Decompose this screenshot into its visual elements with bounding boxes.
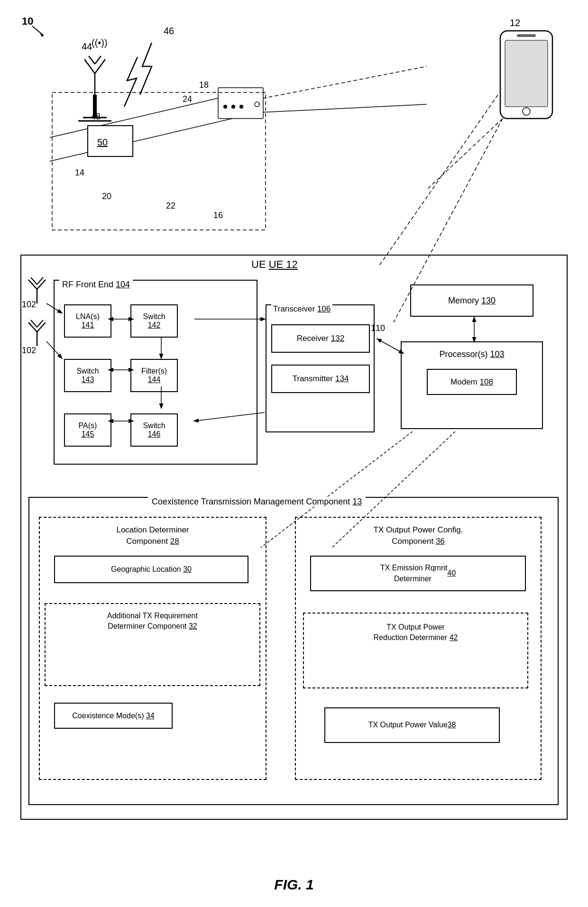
- location-determiner-title: Location DeterminerComponent 28: [40, 524, 266, 547]
- tx-reduction-dashed-box: TX Output PowerReduction Determiner 42: [303, 613, 528, 688]
- svg-line-1: [32, 26, 44, 36]
- coexistence-title: Coexistence Transmission Management Comp…: [148, 497, 366, 507]
- svg-rect-27: [218, 88, 263, 119]
- svg-rect-35: [505, 40, 548, 107]
- svg-text:50: 50: [97, 137, 108, 147]
- transceiver-title: Transceiver 106: [271, 304, 332, 314]
- svg-point-28: [223, 105, 227, 109]
- pa-145-box: PA(s) 145: [64, 413, 111, 447]
- svg-line-38: [427, 119, 503, 190]
- receiver-box: Receiver 132: [271, 324, 370, 353]
- svg-line-49: [37, 322, 46, 332]
- svg-rect-10: [93, 95, 97, 119]
- modem-box: Modem 108: [427, 369, 517, 395]
- filter-144-box: Filter(s) 144: [130, 359, 178, 392]
- processor-label: Processor(s) 103: [439, 349, 504, 359]
- svg-text:46: 46: [164, 26, 174, 36]
- svg-line-5: [84, 59, 95, 73]
- svg-line-16: [232, 66, 427, 104]
- tx-output-power-config-box: TX Output Power Config.Component 36 TX E…: [295, 517, 542, 780]
- svg-text:12: 12: [510, 18, 520, 28]
- svg-point-29: [231, 105, 235, 109]
- svg-rect-34: [500, 31, 552, 119]
- lna-box: LNA(s) 141: [64, 304, 111, 338]
- tx-output-power-config-title: TX Output Power Config.Component 36: [296, 524, 541, 547]
- svg-line-43: [37, 280, 46, 289]
- ue-label: UE UE 12: [251, 258, 298, 271]
- svg-line-44: [31, 277, 37, 284]
- additional-tx-title: Additional TX RequirementDeterminer Comp…: [46, 611, 259, 632]
- transmitter-box: Transmitter 134: [271, 365, 370, 393]
- switch-142-box: Switch 142: [130, 304, 178, 338]
- svg-text:16: 16: [213, 211, 223, 220]
- svg-text:20: 20: [102, 192, 111, 201]
- geographic-location-box: Geographic Location 30: [54, 556, 248, 583]
- svg-point-31: [255, 102, 259, 107]
- svg-line-45: [37, 277, 43, 284]
- svg-line-50: [31, 320, 37, 327]
- svg-line-42: [28, 280, 37, 289]
- svg-text:10: 10: [22, 15, 33, 27]
- svg-line-51: [37, 320, 43, 327]
- switch-146-box: Switch 146: [130, 413, 178, 447]
- svg-marker-2: [40, 32, 44, 37]
- svg-rect-32: [52, 92, 266, 230]
- rf-front-end-box: RF Front End 104 LNA(s) 141 Switch 142 S…: [54, 280, 257, 465]
- svg-line-8: [95, 56, 101, 64]
- memory-box: Memory 130: [410, 284, 533, 317]
- svg-text:102: 102: [22, 346, 36, 355]
- svg-text:((•)): ((•)): [92, 37, 108, 48]
- tx-emission-box: TX Emission RqmntDeterminer 40: [310, 556, 526, 591]
- svg-line-48: [28, 322, 37, 332]
- svg-rect-18: [88, 126, 133, 156]
- location-determiner-box: Location DeterminerComponent 28 Geograph…: [39, 517, 266, 780]
- coexistence-modes-box: Coexistence Mode(s) 34: [54, 703, 173, 729]
- tx-output-power-value-box: TX Output Power Value38: [324, 707, 500, 743]
- svg-text:22: 22: [166, 201, 175, 211]
- svg-text:14: 14: [75, 168, 84, 177]
- svg-line-15: [50, 119, 232, 161]
- svg-text:48: 48: [91, 112, 101, 121]
- svg-text:102: 102: [22, 300, 36, 309]
- svg-line-6: [95, 59, 105, 73]
- figure-label: FIG. 1: [0, 877, 588, 893]
- tx-reduction-title: TX Output PowerReduction Determiner 42: [304, 622, 527, 643]
- svg-point-36: [523, 108, 530, 115]
- svg-rect-37: [517, 34, 536, 37]
- svg-line-17: [232, 104, 427, 114]
- svg-point-30: [239, 105, 243, 109]
- processor-box: Processor(s) 103 Modem 108: [401, 341, 543, 429]
- svg-line-7: [89, 56, 95, 64]
- rf-front-end-title: RF Front End 104: [59, 280, 133, 290]
- transceiver-box: Transceiver 106 Receiver 132 Transmitter…: [266, 304, 375, 432]
- svg-text:44: 44: [82, 41, 92, 52]
- svg-line-62: [377, 339, 403, 353]
- switch-143-box: Switch 143: [64, 359, 111, 392]
- svg-text:24: 24: [183, 94, 192, 104]
- svg-line-14: [50, 95, 232, 137]
- svg-line-40: [379, 95, 498, 266]
- svg-text:18: 18: [199, 80, 209, 90]
- additional-tx-box: Additional TX RequirementDeterminer Comp…: [45, 603, 260, 686]
- page: 10 44 ((•)) 46 50 48: [0, 0, 588, 907]
- coexistence-outer: Coexistence Transmission Management Comp…: [28, 497, 559, 805]
